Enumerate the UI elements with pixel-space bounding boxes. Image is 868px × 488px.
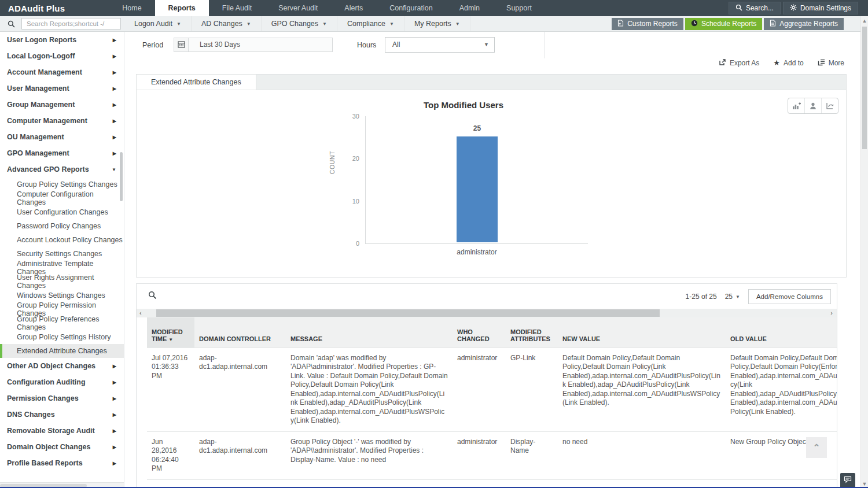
sidebar-group[interactable]: User Management▶ xyxy=(0,80,124,97)
sidebar-report-link[interactable]: Password Policy Changes xyxy=(0,219,124,233)
add-chart-button[interactable] xyxy=(788,98,805,113)
sidebar-report-link[interactable]: Group Policy Preferences Changes xyxy=(0,316,124,330)
report-menu-dropdown[interactable]: Compliance▼ xyxy=(337,16,404,31)
nav-item[interactable]: Admin xyxy=(446,0,493,16)
tab-extended-attribute-changes[interactable]: Extended Attribute Changes xyxy=(137,75,256,90)
report-menu-dropdown[interactable]: GPO Changes▼ xyxy=(262,16,337,31)
column-header[interactable]: DOMAIN CONTROLLER ▼ xyxy=(194,317,286,347)
sidebar-group[interactable]: Configuration Auditing▶ xyxy=(0,374,124,390)
cell-message: Group Policy Object '-' was modified by … xyxy=(286,431,453,479)
scroll-left-icon[interactable]: ‹ xyxy=(139,309,142,317)
table-body: Jul 07,2016 01:36:33 PM adap-dc1.adap.in… xyxy=(147,347,837,488)
chevron-right-icon: ▶ xyxy=(113,70,116,75)
filter-bar: Period Last 30 Days Hours All ▼ xyxy=(125,32,860,60)
global-search-button[interactable]: Search... xyxy=(729,2,781,14)
nav-item[interactable]: Server Audit xyxy=(265,0,331,16)
more-button[interactable]: More xyxy=(818,59,844,68)
chart-x-axis xyxy=(365,243,588,244)
report-search-input[interactable] xyxy=(21,18,121,29)
calendar-button[interactable] xyxy=(174,38,189,52)
period-label: Period xyxy=(142,41,163,49)
top-navbar: ADAudit Plus Home Reports File Audit Ser… xyxy=(0,0,868,16)
table-row[interactable]: Jun 28,2016 06:24:40 PM adap-dc1.adap.in… xyxy=(147,431,837,479)
hscroll-thumb[interactable] xyxy=(156,309,660,317)
table-row[interactable]: Jul 07,2016 01:36:33 PM adap-dc1.adap.in… xyxy=(147,347,837,431)
sidebar-group[interactable]: Permission Changes▶ xyxy=(0,390,124,406)
sidebar-group[interactable]: Other AD Object Changes▶ xyxy=(0,358,124,374)
sidebar-report-link[interactable]: Security Settings Changes xyxy=(0,247,124,261)
aggregate-reports-button[interactable]: Aggregate Reports xyxy=(764,18,844,30)
nav-item[interactable]: Support xyxy=(493,0,545,16)
scroll-right-icon[interactable]: › xyxy=(830,309,833,317)
nav-item[interactable]: File Audit xyxy=(209,0,265,16)
filter-divider xyxy=(544,32,545,58)
custom-reports-button[interactable]: Custom Reports xyxy=(612,18,683,30)
period-value-field[interactable]: Last 30 Days xyxy=(188,38,333,52)
chart-bar[interactable] xyxy=(457,136,498,242)
sidebar-group[interactable]: Computer Management▶ xyxy=(0,113,124,129)
nav-item[interactable]: Home xyxy=(109,0,155,16)
sidebar-group-advanced-gpo-reports[interactable]: Advanced GPO Reports▼ xyxy=(0,161,124,178)
domain-settings-button[interactable]: Domain Settings xyxy=(783,2,858,14)
report-menu-dropdown[interactable]: AD Changes▼ xyxy=(192,16,262,31)
report-menu-dropdown[interactable]: Logon Audit▼ xyxy=(124,16,192,31)
feedback-button[interactable] xyxy=(840,473,855,488)
sidebar-report-link[interactable]: Administrative Template Changes xyxy=(0,261,124,275)
chart-bar-value: 25 xyxy=(457,124,498,132)
sidebar-report-link[interactable]: Windows Settings Changes xyxy=(0,289,124,302)
report-table-panel: 1-25 of 25 25▼ Add/Remove Columns ‹ › MO… xyxy=(136,283,837,488)
sidebar-report-link[interactable]: Group Policy Settings History xyxy=(0,330,124,344)
scroll-to-top-button[interactable]: ⌃ xyxy=(806,437,827,458)
sidebar-group[interactable]: Removable Storage Audit▶ xyxy=(0,423,124,439)
report-tab-panel: Extended Attribute Changes Top Modified … xyxy=(136,74,847,278)
sidebar-report-link[interactable]: User Configuration Changes xyxy=(0,205,124,219)
column-header[interactable]: MODIFIED ATTRIBUTES ▼ xyxy=(506,317,558,347)
sidebar-group[interactable]: Profile Based Reports▶ xyxy=(0,455,124,471)
chevron-right-icon: ▶ xyxy=(113,445,116,450)
sidebar-group[interactable]: Group Management▶ xyxy=(0,97,124,113)
column-header[interactable]: MODIFIED TIME ▼ xyxy=(147,317,194,347)
column-header[interactable]: OLD VALUE ▼ xyxy=(726,317,837,347)
sidebar-group[interactable]: OU Management▶ xyxy=(0,129,124,145)
sidebar-report-link[interactable]: Computer Configuration Changes xyxy=(0,191,124,205)
sidebar-group[interactable]: DNS Changes▶ xyxy=(0,406,124,423)
export-as-button[interactable]: Export As xyxy=(719,58,759,68)
refresh-chart-button[interactable] xyxy=(822,98,838,113)
sidebar-group[interactable]: Account Management▶ xyxy=(0,64,124,80)
sidebar-report-link[interactable]: Group Policy Settings Changes xyxy=(0,178,124,191)
sidebar-report-link[interactable]: Extended Attribute Changes xyxy=(0,344,124,358)
user-chart-button[interactable] xyxy=(805,98,822,113)
nav-item[interactable]: Reports xyxy=(155,0,209,16)
chevron-down-icon: ▼ xyxy=(389,21,394,27)
add-to-button[interactable]: ★ Add to xyxy=(773,59,803,67)
cell-modified-time: Jun 28,2016 06:24:40 PM xyxy=(147,431,194,479)
column-header[interactable]: NEW VALUE ▼ xyxy=(558,317,726,347)
sidebar-group[interactable]: GPO Management▶ xyxy=(0,145,124,161)
sidebar-scrollbar-thumb[interactable] xyxy=(120,152,123,201)
chevron-right-icon: ▶ xyxy=(113,102,116,108)
sidebar-report-link[interactable]: User Rights Assignment Changes xyxy=(0,275,124,289)
sidebar-group[interactable]: Local Logon-Logoff▶ xyxy=(0,48,124,64)
add-remove-columns-button[interactable]: Add/Remove Columns xyxy=(748,289,831,304)
report-actions: Export As ★ Add to More xyxy=(719,58,844,68)
table-search-icon[interactable] xyxy=(148,291,157,302)
chevron-down-icon: ▼ xyxy=(176,21,181,27)
sidebar-report-link[interactable]: Group Policy Permission Changes xyxy=(0,302,124,316)
reports-toolbar: Logon Audit▼ AD Changes▼ GPO Changes▼ Co… xyxy=(0,16,860,32)
schedule-reports-button[interactable]: Schedule Reports xyxy=(685,18,762,30)
page-size-dropdown[interactable]: 25▼ xyxy=(725,293,740,301)
column-header[interactable]: MESSAGE ▼ xyxy=(286,317,453,347)
nav-item[interactable]: Configuration xyxy=(376,0,446,16)
sidebar-report-link[interactable]: Account Lockout Policy Changes xyxy=(0,233,124,247)
report-search-icon xyxy=(0,20,21,28)
report-menu-dropdown[interactable]: My Reports▼ xyxy=(404,16,470,31)
scroll-up-icon[interactable]: ▲ xyxy=(861,18,868,24)
column-header[interactable]: WHO CHANGED ▼ xyxy=(453,317,506,347)
sidebar-group[interactable]: User Logon Reports▶ xyxy=(0,32,124,48)
nav-item[interactable]: Alerts xyxy=(331,0,376,16)
page-scrollbar-thumb[interactable] xyxy=(862,27,867,149)
export-icon xyxy=(719,58,726,68)
sidebar-group[interactable]: Domain Object Changes▶ xyxy=(0,439,124,455)
hours-select[interactable]: All ▼ xyxy=(385,37,495,53)
scroll-down-icon[interactable]: ▼ xyxy=(861,481,868,487)
